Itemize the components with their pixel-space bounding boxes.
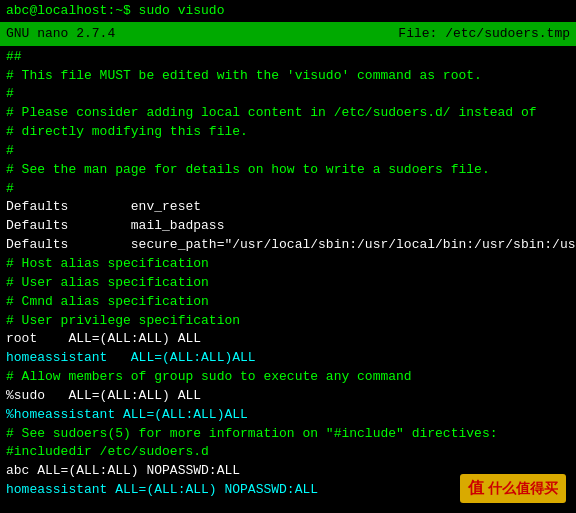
editor-area: ### This file MUST be edited with the 'v… [0, 46, 576, 513]
editor-line: # Host alias specification [6, 255, 570, 274]
editor-line: # Please consider adding local content i… [6, 104, 570, 123]
editor-line: homeassistant ALL=(ALL:ALL) NOPASSWD:ALL [6, 481, 570, 500]
editor-line: homeassistant ALL=(ALL:ALL)ALL [6, 349, 570, 368]
nano-header: GNU nano 2.7.4 File: /etc/sudoers.tmp [0, 22, 576, 46]
editor-line: # See sudoers(5) for more information on… [6, 425, 570, 444]
editor-line: # [6, 180, 570, 199]
editor-line: Defaults secure_path="/usr/local/sbin:/u… [6, 236, 570, 255]
editor-line: Defaults env_reset [6, 198, 570, 217]
editor-line: #includedir /etc/sudoers.d [6, 443, 570, 462]
editor-line: %homeassistant ALL=(ALL:ALL)ALL [6, 406, 570, 425]
editor-line: %sudo ALL=(ALL:ALL) ALL [6, 387, 570, 406]
title-bar: abc@localhost:~$ sudo visudo [0, 0, 576, 22]
editor-line: # [6, 85, 570, 104]
editor-line: # User alias specification [6, 274, 570, 293]
editor-line: # Allow members of group sudo to execute… [6, 368, 570, 387]
editor-line: abc ALL=(ALL:ALL) NOPASSWD:ALL [6, 462, 570, 481]
nano-version: GNU nano 2.7.4 [6, 24, 115, 44]
editor-line: ## [6, 48, 570, 67]
editor-line: # User privilege specification [6, 312, 570, 331]
editor-line: # This file MUST be edited with the 'vis… [6, 67, 570, 86]
editor-line: Defaults mail_badpass [6, 217, 570, 236]
terminal-window: abc@localhost:~$ sudo visudo GNU nano 2.… [0, 0, 576, 513]
editor-line: # [6, 142, 570, 161]
editor-line: # directly modifying this file. [6, 123, 570, 142]
prompt-line: abc@localhost:~$ sudo visudo [6, 3, 224, 18]
editor-line: root ALL=(ALL:ALL) ALL [6, 330, 570, 349]
file-label: File: /etc/sudoers.tmp [398, 24, 570, 44]
editor-line: # See the man page for details on how to… [6, 161, 570, 180]
editor-line: # Cmnd alias specification [6, 293, 570, 312]
